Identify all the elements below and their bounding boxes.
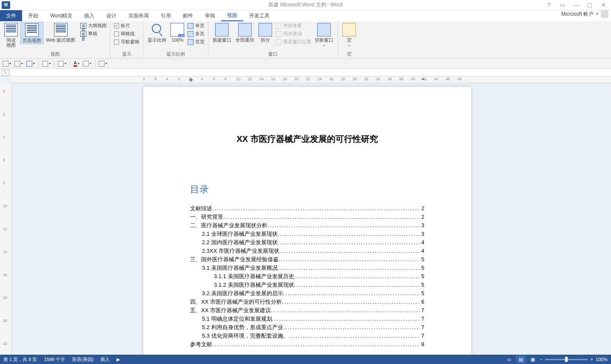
macros-label: 宏▾ bbox=[347, 37, 352, 48]
toc-entry[interactable]: 三、国外医疗器械产业发展经验借鉴 .......................… bbox=[190, 255, 424, 264]
toc-entry[interactable]: 五、XX 市医疗器械产业发展建议 .......................… bbox=[190, 306, 424, 315]
toc-entry-text: 三、国外医疗器械产业发展经验借鉴 bbox=[190, 255, 279, 264]
macros-button[interactable]: 宏▾ bbox=[341, 22, 358, 49]
toc-entry[interactable]: 3.1.1 美国医疗器械产业发展历史 .....................… bbox=[190, 272, 424, 281]
toc-leader: ........................................… bbox=[223, 213, 420, 221]
qat-item-1[interactable]: ▾ bbox=[3, 61, 11, 67]
page-width-button[interactable]: 页宽 bbox=[187, 38, 205, 45]
zoom-level[interactable]: 100% bbox=[596, 357, 608, 362]
tab-view[interactable]: 视图 bbox=[221, 10, 243, 21]
account-label: Microsoft 帐户 bbox=[561, 11, 594, 18]
toc-entry[interactable]: 3.2.美国医疗器械产业发展的启示 ......................… bbox=[190, 289, 424, 298]
toc-entry[interactable]: 5.3 优化营商环境，完善配套设施。 .....................… bbox=[190, 332, 424, 340]
qat-font-color[interactable]: A▾ bbox=[74, 60, 80, 67]
toc-entry[interactable]: 3.1.2 美国医疗器械产业发展现状 .....................… bbox=[190, 281, 424, 289]
ruler-tick: 12 bbox=[3, 227, 7, 231]
toc-entry[interactable]: 2.2 国内医疗器械产业发展现状 .......................… bbox=[190, 238, 424, 247]
qat-item-5[interactable]: ▾ bbox=[58, 61, 66, 67]
toc-entry[interactable]: 5.2 利用自身优势，形成重点产业 ......................… bbox=[190, 323, 424, 332]
maximize-icon[interactable]: ▢ bbox=[585, 2, 594, 8]
outline-view-button[interactable]: 大纲视图 bbox=[80, 22, 108, 29]
web-layout-button[interactable]: Web 版式视图 bbox=[44, 22, 77, 43]
tab-stop-selector[interactable]: L bbox=[2, 70, 9, 76]
tab-references[interactable]: 引用 bbox=[155, 10, 177, 21]
split-button[interactable]: 拆分 bbox=[257, 22, 274, 43]
qat-item-2[interactable]: ▾ bbox=[14, 61, 23, 67]
toc-heading[interactable]: 目录 bbox=[190, 183, 424, 196]
toc-entry[interactable]: 2.3XX 市医疗器械产业发展现状 ......................… bbox=[190, 247, 424, 255]
tab-mailings[interactable]: 邮件 bbox=[177, 10, 199, 21]
status-language[interactable]: 英语(美国) bbox=[72, 356, 94, 363]
gridlines-checkbox[interactable]: 网格线 bbox=[113, 30, 140, 37]
print-layout-label: 页面视图 bbox=[23, 38, 41, 43]
help-icon[interactable]: ? bbox=[545, 2, 553, 8]
tab-developer[interactable]: 开发工具 bbox=[243, 10, 276, 21]
multi-page-button[interactable]: 多页 bbox=[187, 30, 205, 37]
toc-entry-page: 7 bbox=[420, 323, 424, 332]
view-web-layout-button[interactable]: ▦ bbox=[528, 356, 537, 363]
zoom-100-label: 100% bbox=[171, 37, 183, 42]
arrange-all-button[interactable]: 全部重排 bbox=[234, 22, 256, 43]
tab-file[interactable]: 文件 bbox=[0, 10, 22, 21]
qat-item-3[interactable]: ▾ bbox=[26, 61, 35, 67]
toc-entry[interactable]: 一、研究背景 .................................… bbox=[190, 213, 424, 221]
zoom-slider[interactable] bbox=[545, 359, 588, 360]
zoom-100-button[interactable]: 100 100% bbox=[169, 22, 186, 43]
close-icon[interactable]: ✕ bbox=[599, 2, 608, 8]
zoom-button[interactable]: 显示比例 bbox=[146, 22, 168, 43]
toc-entry[interactable]: 文献综述 ...................................… bbox=[190, 204, 424, 213]
zoom-out-button[interactable]: − bbox=[540, 357, 543, 362]
qat-item-8[interactable]: ▾ bbox=[99, 61, 107, 67]
status-insert-mode[interactable]: 插入 bbox=[100, 356, 110, 363]
toc-entry[interactable]: 2.1 全球医疗器械产业发展现状 .......................… bbox=[190, 230, 424, 238]
document-title[interactable]: XX 市医疗器械产业发展的可行性研究 bbox=[190, 133, 424, 145]
account-menu[interactable]: Microsoft 帐户 ▼ bbox=[561, 10, 608, 18]
toc-entry-page: 7 bbox=[420, 306, 424, 315]
read-mode-button[interactable]: 阅读 视图 bbox=[3, 22, 20, 48]
ruler-tick: 16 bbox=[271, 77, 275, 81]
side-by-side-icon bbox=[276, 23, 281, 29]
nav-pane-checkbox[interactable]: 导航窗格 bbox=[113, 38, 140, 45]
group-zoom-label: 显示比例 bbox=[146, 50, 205, 58]
ruler-tick: 2 bbox=[178, 77, 180, 81]
document-page[interactable]: XX 市医疗器械产业发展的可行性研究 目录 文献综述 .............… bbox=[143, 87, 471, 355]
status-page[interactable]: 第 1 页，共 8 页 bbox=[3, 356, 37, 363]
toc-entry[interactable]: 3.1.美国医疗器械产业发展概况 .......................… bbox=[190, 264, 424, 272]
table-of-contents[interactable]: 文献综述 ...................................… bbox=[190, 204, 424, 349]
toc-entry[interactable]: 参考文献 ...................................… bbox=[190, 340, 424, 349]
document-viewport[interactable]: XX 市医疗器械产业发展的可行性研究 目录 文献综述 .............… bbox=[12, 83, 611, 355]
ruler-tick: 18 bbox=[283, 77, 287, 81]
toc-entry[interactable]: 四、XX 市医疗器械产业的可行性分析 .....................… bbox=[190, 298, 424, 306]
status-macro-icon[interactable]: ▶ bbox=[117, 357, 120, 362]
new-window-button[interactable]: 新建窗口 bbox=[211, 22, 233, 43]
qat-item-4[interactable]: ▾ bbox=[42, 61, 51, 67]
tab-design[interactable]: 设计 bbox=[100, 10, 122, 21]
view-print-layout-button[interactable]: ▤ bbox=[516, 356, 526, 363]
draft-view-button[interactable]: 草稿 bbox=[80, 30, 108, 37]
minimize-icon[interactable]: — bbox=[572, 2, 580, 8]
ribbon-options-icon[interactable]: ▭ bbox=[558, 2, 567, 8]
tab-insert[interactable]: 插入 bbox=[78, 10, 100, 21]
qat-border[interactable]: ▾ bbox=[83, 61, 91, 67]
tab-home[interactable]: 开始 bbox=[22, 10, 44, 21]
zoom-100-icon: 100 bbox=[171, 23, 184, 37]
switch-windows-button[interactable]: 切换窗口▾ bbox=[313, 22, 335, 49]
print-layout-button[interactable]: 页面视图 bbox=[20, 22, 43, 44]
one-page-button[interactable]: 单页 bbox=[187, 22, 205, 29]
toc-entry-text: 3.1.2 美国医疗器械产业发展现状 bbox=[214, 281, 294, 289]
toc-leader: ........................................… bbox=[294, 281, 420, 289]
vertical-ruler[interactable]: 224681012141618202224 bbox=[0, 83, 12, 355]
status-word-count[interactable]: 1588 个字 bbox=[44, 356, 65, 363]
zoom-in-button[interactable]: + bbox=[590, 357, 593, 362]
tab-layout[interactable]: 页面布局 bbox=[122, 10, 155, 21]
toc-entry[interactable]: 二、医疗器械产业发展现状分析 .........................… bbox=[190, 221, 424, 230]
ruler-checkbox[interactable]: ✓标尺 bbox=[113, 22, 140, 29]
tab-review[interactable]: 审阅 bbox=[199, 10, 221, 21]
view-read-mode-button[interactable]: ▭ bbox=[504, 356, 514, 363]
tab-wordgenie[interactable]: Word精灵 bbox=[44, 10, 78, 21]
toc-entry[interactable]: 5.1 明确总体定位和发展规划 ........................… bbox=[190, 315, 424, 323]
horizontal-ruler[interactable]: 8642246810121416182022242628303234363840… bbox=[12, 76, 611, 83]
toc-entry-page: 5 bbox=[420, 289, 424, 298]
zoom-slider-thumb[interactable] bbox=[565, 357, 568, 362]
sync-scroll-icon bbox=[276, 31, 281, 37]
